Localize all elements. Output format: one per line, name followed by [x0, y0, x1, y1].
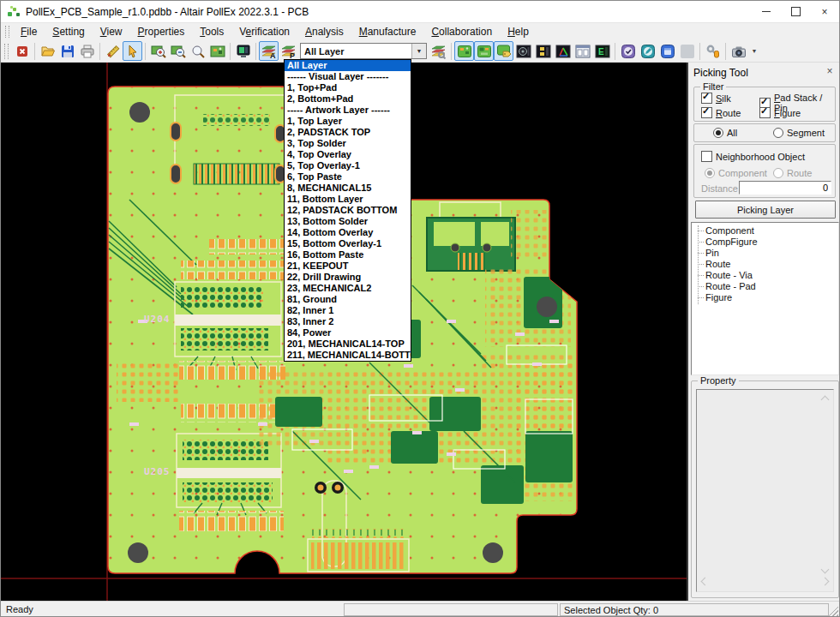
layer-option[interactable]: 2, PADSTACK TOP: [285, 127, 411, 138]
menu-analysis[interactable]: Analysis: [297, 24, 351, 39]
minimize-icon[interactable]: [752, 1, 781, 22]
select-cursor-icon[interactable]: [123, 41, 142, 61]
display-monitor-icon[interactable]: [233, 41, 253, 61]
checkbox-figure[interactable]: Figure: [759, 107, 801, 118]
layer-option[interactable]: 21, KEEPOUT: [285, 261, 411, 272]
resize-grip[interactable]: [827, 606, 838, 617]
menu-setting[interactable]: Setting: [45, 24, 92, 39]
layer-combobox[interactable]: All Layer ▼: [300, 43, 427, 59]
layer-option[interactable]: 81, Ground: [285, 294, 411, 305]
menu-verification[interactable]: Verification: [231, 24, 297, 39]
pad-view-icon[interactable]: [533, 41, 553, 61]
combobox-dropdown-icon[interactable]: ▼: [411, 44, 426, 58]
layer-option[interactable]: 2, Bottom+Pad: [285, 93, 411, 105]
menubar-grip[interactable]: [5, 26, 9, 38]
distance-input[interactable]: [739, 181, 831, 195]
radio-dot[interactable]: [713, 128, 723, 138]
layer-option[interactable]: 11, Bottom Layer: [285, 194, 411, 205]
tree-item-figure[interactable]: Figure: [692, 292, 838, 303]
radio-route[interactable]: Route: [773, 168, 812, 178]
layer-option[interactable]: 83, Inner 2: [285, 316, 411, 327]
picking-layer-button[interactable]: Picking Layer: [695, 201, 836, 219]
open-file-icon[interactable]: [38, 41, 57, 61]
zoom-window-icon[interactable]: [188, 41, 207, 61]
menu-help[interactable]: Help: [500, 24, 537, 39]
checkbox-silk[interactable]: Silk: [701, 93, 731, 104]
checkbox-route[interactable]: Route: [701, 107, 741, 118]
toolbar-grip[interactable]: [4, 44, 9, 59]
checkbox-box[interactable]: [759, 107, 771, 118]
design-edit-icon[interactable]: [638, 41, 657, 61]
menu-properties[interactable]: Properties: [130, 24, 193, 39]
zoom-out-icon[interactable]: [168, 41, 188, 61]
menu-file[interactable]: File: [13, 24, 45, 39]
zoom-fit-icon[interactable]: [207, 41, 227, 61]
scroll-left-icon[interactable]: [701, 578, 710, 586]
layer-pad-icon[interactable]: P: [279, 41, 298, 61]
tree-item-route[interactable]: Route: [692, 259, 838, 270]
zoom-in-icon[interactable]: [148, 41, 168, 61]
radio-dot[interactable]: [773, 168, 783, 178]
scroll-up-icon[interactable]: [821, 396, 830, 404]
maximize-icon[interactable]: [781, 1, 810, 22]
view-3d-icon[interactable]: [553, 41, 573, 61]
menu-tools[interactable]: Tools: [192, 24, 231, 39]
radio-dot[interactable]: [773, 128, 783, 138]
print-icon[interactable]: [77, 41, 97, 61]
scroll-right-icon[interactable]: [821, 578, 830, 586]
checkbox-neighborhood-object[interactable]: Neighborhood Object: [701, 151, 805, 162]
checkbox-box[interactable]: [701, 93, 712, 104]
drill-view-icon[interactable]: [513, 41, 533, 61]
layer-option[interactable]: 211, MECHANICAL14-BOTTOM: [285, 350, 411, 361]
window-blue-icon[interactable]: [657, 41, 677, 61]
board-component-icon[interactable]: [474, 41, 494, 61]
radio-component[interactable]: Component: [705, 168, 767, 178]
scroll-down-icon[interactable]: [821, 566, 830, 574]
layer-option[interactable]: 201, MECHANICAL14-TOP: [285, 338, 411, 350]
menu-collaboration[interactable]: Collaboration: [423, 24, 500, 39]
verify-check-icon[interactable]: [618, 41, 638, 61]
layer-option[interactable]: 15, Bottom Overlay-1: [285, 238, 411, 249]
tree-item-compfigure[interactable]: CompFigure: [692, 237, 838, 248]
tree-item-route-pad[interactable]: Route - Pad: [692, 281, 838, 292]
layer-option[interactable]: 22, Drill Drawing: [285, 272, 411, 283]
tree-item-route-via[interactable]: Route - Via: [692, 270, 838, 281]
save-icon[interactable]: [57, 41, 77, 61]
tree-item-pin[interactable]: Pin: [692, 248, 838, 259]
close-document-icon[interactable]: [12, 41, 32, 61]
layer-option[interactable]: 3, Top Solder: [285, 138, 411, 149]
menu-view[interactable]: View: [93, 24, 130, 39]
board-tag-icon[interactable]: [494, 41, 513, 61]
layer-option[interactable]: 16, Bottom Paste: [285, 249, 411, 261]
layer-setting-icon[interactable]: [429, 41, 448, 61]
menu-manufacture[interactable]: Manufacture: [351, 24, 424, 39]
radio-all[interactable]: All: [713, 128, 737, 138]
board-view-icon[interactable]: [454, 41, 474, 61]
layer-option[interactable]: 6, Top Paste: [285, 171, 411, 183]
component-window-icon[interactable]: [573, 41, 592, 61]
layer-option[interactable]: 4, Top Overlay: [285, 149, 411, 160]
camera-icon[interactable]: [729, 41, 748, 61]
toolbar-overflow-icon[interactable]: ▼: [748, 41, 760, 61]
checkbox-box[interactable]: [701, 107, 712, 118]
property-grid[interactable]: [696, 389, 834, 592]
tool-options-icon[interactable]: [703, 41, 723, 61]
layer-option[interactable]: 82, Inner 1: [285, 305, 411, 316]
layer-option[interactable]: 14, Bottom Overlay: [285, 227, 411, 238]
layer-all-icon[interactable]: A: [259, 41, 279, 61]
layer-option[interactable]: 5, Top Overlay-1: [285, 160, 411, 171]
radio-dot[interactable]: [705, 168, 715, 178]
layer-option[interactable]: 8, MECHANICAL15: [285, 183, 411, 194]
layer-option[interactable]: 13, Bottom Solder: [285, 216, 411, 227]
panel-close-icon[interactable]: ×: [824, 65, 836, 77]
layer-option[interactable]: 1, Top+Pad: [285, 82, 411, 93]
layer-option[interactable]: 84, Power: [285, 327, 411, 338]
layer-option[interactable]: 1, Top Layer: [285, 116, 411, 127]
layer-option[interactable]: All Layer: [285, 60, 411, 71]
radio-segment[interactable]: Segment: [773, 128, 825, 138]
checkbox-box[interactable]: [701, 151, 712, 162]
layer-option[interactable]: 23, MECHANICAL2: [285, 283, 411, 294]
layer-option[interactable]: 12, PADSTACK BOTTOM: [285, 205, 411, 216]
measure-icon[interactable]: [103, 41, 123, 61]
net-window-icon[interactable]: E: [592, 41, 612, 61]
